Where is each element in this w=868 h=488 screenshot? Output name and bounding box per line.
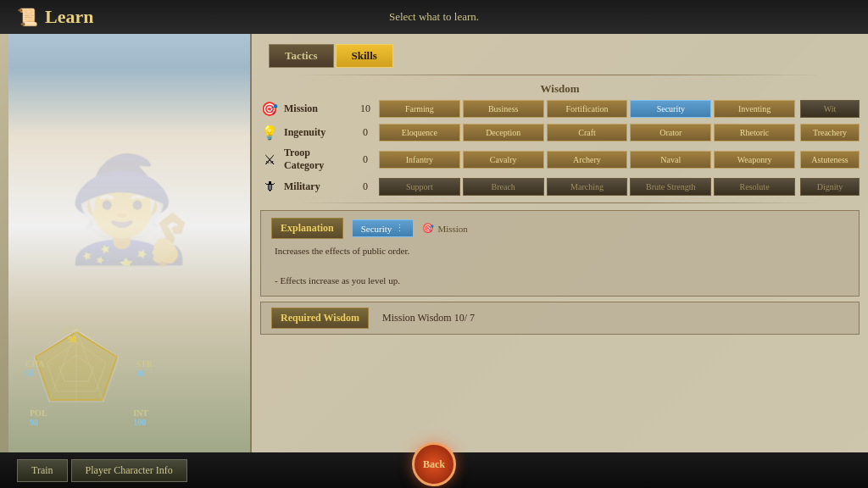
required-wisdom-title: Required Wisdom <box>271 308 369 329</box>
skill-dots: ⋮ <box>395 223 404 234</box>
explanation-header: Explanation Security ⋮ 🎯 Mission <box>271 218 849 239</box>
top-bar: 📜 Learn Select what to learn. <box>0 0 868 34</box>
tabs-row: Tactics Skills <box>252 34 868 68</box>
stat-pol: POL 98 <box>30 408 47 427</box>
ingenuity-buttons: Eloquence Deception Craft Orator Rhetori… <box>379 124 795 141</box>
required-wisdom-text: Mission Wisdom 10/ 7 <box>382 312 475 324</box>
stat-cha: CHA 95 <box>25 359 44 378</box>
main-panel: Tactics Skills Wisdom 🎯 Mission 10 Farmi… <box>250 34 868 452</box>
divider-mid <box>298 202 822 203</box>
explanation-line1: Increases the effects of public order. <box>275 244 849 259</box>
ingenuity-icon: 💡 <box>260 123 279 141</box>
skills-area: 🎯 Mission 10 Farming Business Fortificat… <box>252 99 868 196</box>
required-wisdom-panel: Required Wisdom Mission Wisdom 10/ 7 <box>260 302 860 335</box>
explanation-line2 <box>275 259 849 274</box>
mission-buttons: Farming Business Fortification Security … <box>379 100 795 118</box>
ingenuity-btn-orator[interactable]: Orator <box>630 124 711 141</box>
military-btn-dignity[interactable]: Dignity <box>800 178 860 196</box>
skill-row-ingenuity: 💡 Ingenuity 0 Eloquence Deception Craft … <box>260 123 860 141</box>
divider-top <box>298 75 822 75</box>
selected-skill-label: Security <box>361 224 392 234</box>
ingenuity-btn-deception[interactable]: Deception <box>463 124 544 141</box>
window-title: 📜 Learn <box>17 6 93 28</box>
category-icon: 🎯 <box>422 223 434 234</box>
character-figure: 🧙 <box>66 150 193 269</box>
troop-btn-cavalry[interactable]: Cavalry <box>463 151 544 169</box>
troop-buttons: Infantry Cavalry Archery Naval Weaponry <box>379 151 795 169</box>
mission-btn-business[interactable]: Business <box>463 100 544 118</box>
military-buttons: Support Breach Marching Brute Strength R… <box>379 178 795 196</box>
mission-label: Mission <box>284 103 352 115</box>
ingenuity-label: Ingenuity <box>284 126 352 139</box>
troop-icon: ⚔ <box>260 150 279 169</box>
tab-skills[interactable]: Skills <box>336 44 393 68</box>
ingenuity-btn-eloquence[interactable]: Eloquence <box>379 124 460 141</box>
troop-btn-weaponry[interactable]: Weaponry <box>714 151 795 169</box>
mission-btn-farming[interactable]: Farming <box>379 100 460 118</box>
mission-btn-fortification[interactable]: Fortification <box>547 100 628 118</box>
ingenuity-btn-craft[interactable]: Craft <box>547 124 628 141</box>
stats-panel: LEA 98 CHA 95 STR 38 POL 98 INT 100 <box>25 325 153 435</box>
required-wisdom-values: 10/ 7 <box>454 312 475 324</box>
military-btn-breach[interactable]: Breach <box>463 178 544 196</box>
player-info-button[interactable]: Player Character Info <box>71 459 187 482</box>
subtitle-text: Select what to learn. <box>389 10 479 24</box>
mission-btn-inventing[interactable]: Inventing <box>714 100 795 118</box>
train-button[interactable]: Train <box>17 459 68 482</box>
troop-btn-astuteness[interactable]: Astuteness <box>800 151 860 169</box>
stat-lea: LEA 98 <box>64 325 81 344</box>
skill-row-mission: 🎯 Mission 10 Farming Business Fortificat… <box>260 99 860 118</box>
mission-level: 10 <box>357 103 374 115</box>
military-btn-brute[interactable]: Brute Strength <box>630 178 711 196</box>
mission-icon: 🎯 <box>260 99 279 118</box>
military-btn-resolute[interactable]: Resolute <box>714 178 795 196</box>
military-label: Military <box>284 180 352 193</box>
ingenuity-btn-rhetoric[interactable]: Rhetoric <box>714 124 795 141</box>
troop-btn-infantry[interactable]: Infantry <box>379 151 460 169</box>
bottom-bar: Train Player Character Info Back <box>0 452 868 488</box>
explanation-category: 🎯 Mission <box>422 223 467 234</box>
mission-btn-security[interactable]: Security <box>630 100 711 118</box>
section-title: Wisdom <box>252 82 868 96</box>
explanation-panel: Explanation Security ⋮ 🎯 Mission Increas… <box>260 210 860 297</box>
selected-skill-badge: Security ⋮ <box>352 219 415 237</box>
skill-row-military: 🗡 Military 0 Support Breach Marching Bru… <box>260 177 860 196</box>
troop-btn-naval[interactable]: Naval <box>630 151 711 169</box>
explanation-title-label: Explanation <box>271 218 343 239</box>
mission-btn-wit[interactable]: Wit <box>800 100 860 118</box>
troop-level: 0 <box>357 153 374 166</box>
troop-btn-archery[interactable]: Archery <box>547 151 628 169</box>
ingenuity-btn-treachery[interactable]: Treachery <box>800 124 860 141</box>
stat-int: INT 100 <box>133 408 148 427</box>
ingenuity-level: 0 <box>357 126 374 139</box>
title-text: Learn <box>45 6 93 28</box>
military-btn-support[interactable]: Support <box>379 178 460 196</box>
scroll-icon: 📜 <box>17 7 38 27</box>
skill-row-troop: ⚔ Troop Category 0 Infantry Cavalry Arch… <box>260 147 860 172</box>
required-wisdom-label: Mission Wisdom <box>382 312 452 324</box>
military-icon: 🗡 <box>260 177 279 196</box>
category-label: Mission <box>437 224 467 234</box>
character-panel: 🧙 LEA 98 CHA 95 STR 38 <box>8 0 250 452</box>
military-btn-marching[interactable]: Marching <box>547 178 628 196</box>
military-level: 0 <box>357 180 374 193</box>
explanation-line3: - Effects increase as you level up. <box>275 274 849 289</box>
back-button[interactable]: Back <box>412 442 456 486</box>
stat-str: STR 38 <box>136 359 153 378</box>
tab-tactics[interactable]: Tactics <box>269 44 334 68</box>
troop-label: Troop Category <box>284 147 352 172</box>
